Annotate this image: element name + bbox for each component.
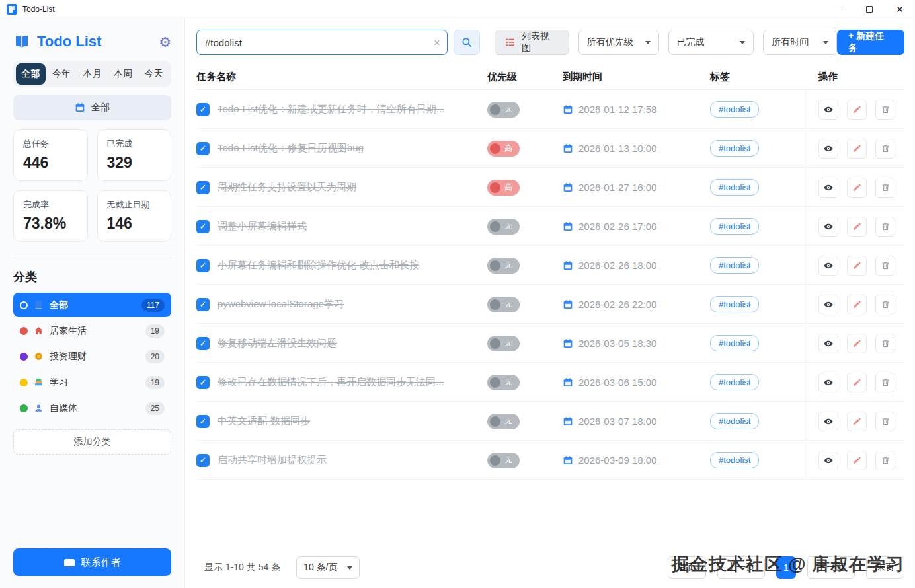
edit-task-button[interactable] [847,373,867,392]
minimize-button[interactable] [824,0,854,18]
task-checkbox[interactable]: ✓ [196,181,210,194]
category-item[interactable]: 全部 117 [13,293,171,317]
tag-pill[interactable]: #todolist [710,101,759,118]
priority-label: 无 [504,299,512,310]
task-checkbox[interactable]: ✓ [196,376,210,389]
stats-grid: 总任务 446 已完成 329 完成率 73.8% 无截止日期 [13,129,171,242]
delete-task-button[interactable] [875,217,895,237]
prev-page-button[interactable]: 上一页 [717,556,765,579]
filter-tab[interactable]: 今年 [47,63,77,85]
header-due: 到期时间 [563,71,707,83]
eye-icon [823,182,834,193]
checkmark-icon: ✓ [200,143,207,153]
task-checkbox[interactable]: ✓ [196,142,210,155]
filter-tab[interactable]: 今天 [139,63,169,85]
task-name: pywebview localStorage学习 [218,298,344,311]
task-checkbox[interactable]: ✓ [196,337,210,350]
tag-pill[interactable]: #todolist [710,374,759,390]
filter-tab[interactable]: 本周 [108,63,138,85]
delete-task-button[interactable] [875,373,895,392]
add-category-button[interactable]: 添加分类 [13,429,171,455]
view-task-button[interactable] [818,256,838,276]
tag-pill[interactable]: #todolist [710,335,759,351]
edit-task-button[interactable] [847,451,867,470]
task-checkbox[interactable]: ✓ [196,103,210,116]
edit-task-button[interactable] [847,295,867,314]
new-task-button[interactable]: + 新建任务 [837,30,904,55]
view-task-button[interactable] [818,373,838,392]
actions-cell [805,324,904,363]
tag-pill[interactable]: #todolist [710,257,759,274]
view-task-button[interactable] [818,295,838,314]
toolbar: × 列表视图 所有优先级 已完成 [196,30,904,55]
date-filter-button[interactable]: 全部 [13,95,171,120]
page-size-dropdown[interactable]: 10 条/页 [296,556,360,579]
tag-pill[interactable]: #todolist [710,140,759,157]
search-button[interactable] [454,30,480,55]
clear-search-icon[interactable]: × [434,37,440,48]
time-filter-dropdown[interactable]: 所有时间 [763,30,837,55]
checkmark-icon: ✓ [200,260,207,270]
tag-pill[interactable]: #todolist [710,413,759,429]
chevron-down-icon [823,41,828,44]
task-checkbox[interactable]: ✓ [196,454,210,467]
filter-tab[interactable]: 全部 [16,63,46,85]
edit-task-button[interactable] [847,217,867,237]
edit-task-button[interactable] [847,178,867,198]
study-icon [34,377,44,387]
last-page-button[interactable]: 末页 [866,556,904,579]
task-checkbox[interactable]: ✓ [196,298,210,311]
list-view-button[interactable]: 列表视图 [495,30,569,55]
page-number-button[interactable]: 1 [776,556,796,579]
view-task-button[interactable] [818,217,838,237]
search-input[interactable] [196,30,448,55]
delete-task-button[interactable] [875,412,895,431]
tag-cell: #todolist [707,140,805,157]
delete-task-button[interactable] [875,334,895,353]
contact-author-button[interactable]: 联系作者 [13,548,171,576]
maximize-button[interactable] [854,0,885,18]
first-page-button[interactable]: 首页 [668,556,706,579]
view-task-button[interactable] [818,100,838,120]
delete-task-button[interactable] [875,139,895,159]
edit-task-button[interactable] [847,100,867,120]
task-checkbox[interactable]: ✓ [196,259,210,272]
delete-task-button[interactable] [875,178,895,198]
edit-task-button[interactable] [847,412,867,431]
close-button[interactable]: × [885,0,915,18]
money-icon [34,351,44,361]
delete-task-button[interactable] [875,100,895,120]
category-item[interactable]: 投资理财 20 [13,344,171,369]
status-filter-dropdown[interactable]: 已完成 [668,30,754,55]
view-task-button[interactable] [818,334,838,353]
tag-pill[interactable]: #todolist [710,452,759,468]
filter-tab[interactable]: 本月 [77,63,107,85]
delete-task-button[interactable] [875,451,895,470]
edit-task-button[interactable] [847,334,867,353]
tag-pill[interactable]: #todolist [710,218,759,235]
trash-icon [881,299,891,309]
eye-icon [823,455,834,466]
gear-icon[interactable]: ⚙ [159,35,171,49]
view-task-button[interactable] [818,178,838,198]
delete-task-button[interactable] [875,256,895,276]
stat-value: 446 [23,154,78,172]
category-item[interactable]: 居家生活 19 [13,318,171,343]
tag-pill[interactable]: #todolist [710,296,759,312]
delete-task-button[interactable] [875,295,895,314]
priority-dot-icon [490,416,500,427]
edit-task-button[interactable] [847,139,867,159]
priority-filter-dropdown[interactable]: 所有优先级 [578,30,659,55]
task-checkbox[interactable]: ✓ [196,220,210,233]
task-checkbox[interactable]: ✓ [196,415,210,428]
view-task-button[interactable] [818,451,838,470]
edit-task-button[interactable] [847,256,867,276]
window-title: Todo-List [22,5,55,14]
tag-pill[interactable]: #todolist [710,179,759,196]
category-item[interactable]: 学习 19 [13,370,171,394]
view-task-button[interactable] [818,412,838,431]
next-page-button[interactable]: 下一页 [807,556,855,579]
category-item[interactable]: 自媒体 25 [13,396,171,420]
eye-icon [823,416,834,427]
view-task-button[interactable] [818,139,838,159]
